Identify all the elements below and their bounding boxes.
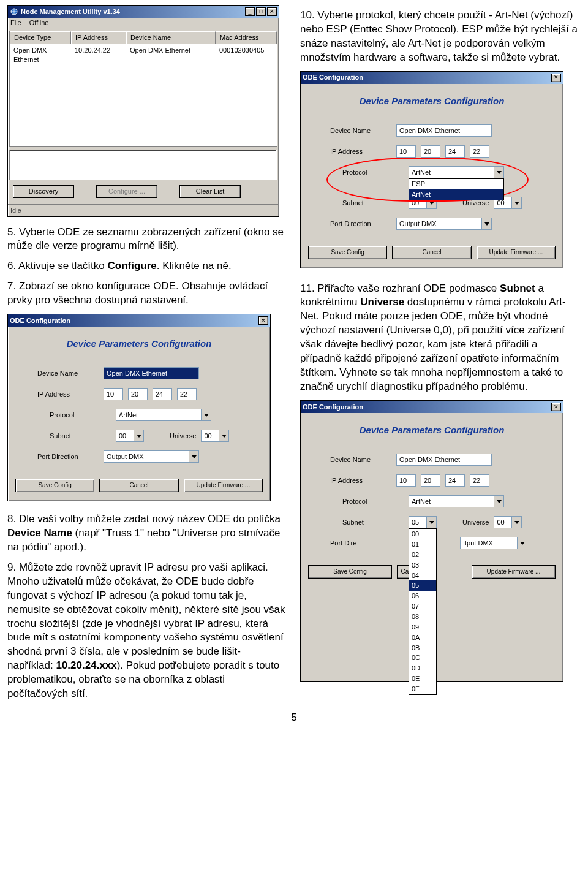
subnet-option[interactable]: 0F xyxy=(409,684,436,694)
node-management-window: Node Management Utility v1.34 _ □ ✕ File… xyxy=(7,5,279,217)
close-button[interactable]: ✕ xyxy=(267,7,277,16)
step-9: 9. Můžete zde rovněž upravit IP adresu p… xyxy=(7,561,285,701)
nmu-device-list[interactable]: Device Type IP Address Device Name Mac A… xyxy=(9,31,277,147)
update-firmware-button[interactable]: Update Firmware ... xyxy=(184,479,263,492)
nmu-status: Idle xyxy=(8,204,279,216)
clear-list-button[interactable]: Clear List xyxy=(179,185,241,198)
label-ip: IP Address xyxy=(37,390,104,399)
cell-device-type: Open DMX Ethernet xyxy=(10,45,71,65)
ode-config-dialog-left: ODE Configuration ✕ Device Parameters Co… xyxy=(7,314,271,501)
table-row[interactable]: Open DMX Ethernet 10.20.24.22 Open DMX E… xyxy=(10,44,277,66)
label-subnet: Subnet xyxy=(50,431,116,441)
configure-button[interactable]: Configure ... xyxy=(96,185,157,198)
col-device-type[interactable]: Device Type xyxy=(10,31,71,44)
ode-config-dialog-subnet: ODE Configuration ✕ Device Parameters Co… xyxy=(300,400,564,682)
nmu-list-header: Device Type IP Address Device Name Mac A… xyxy=(10,31,277,44)
save-config-button[interactable]: Save Config xyxy=(15,479,94,492)
protocol-combo[interactable]: ArtNet xyxy=(409,495,504,507)
minimize-button[interactable]: _ xyxy=(245,7,255,16)
cancel-button[interactable]: Cancel xyxy=(99,479,178,492)
subnet-combo-open[interactable]: 05 000102030405060708090A0B0C0D0E0F xyxy=(409,516,437,528)
chevron-down-icon xyxy=(134,430,143,441)
nmu-log-area xyxy=(9,150,277,180)
label-port-direction: Port Direction xyxy=(37,452,104,461)
ode-title: ODE Configuration xyxy=(10,316,258,325)
subnet-option[interactable]: 09 xyxy=(409,622,436,632)
col-mac[interactable]: Mac Address xyxy=(216,31,277,44)
chevron-down-icon xyxy=(201,409,211,420)
ip-octet-1[interactable]: 10 xyxy=(104,388,123,400)
label-device-name: Device Name xyxy=(37,369,104,378)
device-name-input[interactable]: Open DMX Ethernet xyxy=(396,124,492,137)
subnet-option[interactable]: 00 xyxy=(409,529,436,539)
save-config-button[interactable]: Save Config xyxy=(308,565,392,579)
protocol-combo-open[interactable]: ArtNet ESP ArtNet xyxy=(409,166,504,178)
chevron-down-icon xyxy=(189,451,198,462)
subnet-option[interactable]: 0D xyxy=(409,663,436,674)
protocol-option-artnet[interactable]: ArtNet xyxy=(409,189,503,200)
cell-device-name: Open DMX Ethernet xyxy=(126,45,216,65)
ode-titlebar: ODE Configuration ✕ xyxy=(8,314,270,327)
cancel-button[interactable]: Cancel xyxy=(392,246,471,259)
menu-offline[interactable]: Offline xyxy=(29,19,49,26)
port-direction-combo[interactable]: ıtput DMX xyxy=(460,537,527,549)
subnet-combo[interactable]: 00 xyxy=(116,430,144,442)
subnet-option[interactable]: 0A xyxy=(409,632,436,643)
step-10: 10. Vyberte protokol, který chcete použí… xyxy=(300,9,581,65)
ip-octet-2[interactable]: 20 xyxy=(128,388,148,400)
subnet-option[interactable]: 02 xyxy=(409,550,436,560)
device-name-input[interactable]: Open DMX Ethernet xyxy=(396,454,492,466)
maximize-button[interactable]: □ xyxy=(256,7,266,16)
update-firmware-button[interactable]: Update Firmware ... xyxy=(477,246,556,259)
ip-octet-3[interactable]: 24 xyxy=(153,388,172,400)
subnet-option[interactable]: 08 xyxy=(409,612,436,622)
subnet-option[interactable]: 01 xyxy=(409,539,436,550)
ip-octet-4[interactable]: 22 xyxy=(177,388,197,400)
subnet-option[interactable]: 0C xyxy=(409,653,436,663)
universe-combo[interactable]: 00 xyxy=(201,430,229,442)
protocol-combo[interactable]: ArtNet xyxy=(116,409,211,421)
protocol-option-esp[interactable]: ESP xyxy=(409,179,503,189)
subnet-option[interactable]: 04 xyxy=(409,571,436,581)
port-direction-combo[interactable]: Output DMX xyxy=(104,450,199,463)
chevron-down-icon xyxy=(494,167,503,178)
col-ip[interactable]: IP Address xyxy=(71,31,126,44)
device-name-input[interactable]: Open DMX Ethernet xyxy=(104,367,199,379)
step-7: 7. Zobrazí se okno konfigurace ODE. Obsa… xyxy=(7,279,285,308)
label-protocol: Protocol xyxy=(50,411,116,420)
cell-ip: 10.20.24.22 xyxy=(71,45,126,65)
subnet-option[interactable]: 0B xyxy=(409,643,436,653)
subnet-option[interactable]: 05 xyxy=(409,580,436,591)
subnet-option[interactable]: 07 xyxy=(409,601,436,612)
ode-heading: Device Parameters Configuration xyxy=(9,328,269,362)
ode-config-dialog-protocol: ODE Configuration ✕ Device Parameters Co… xyxy=(300,71,564,268)
step-6: 6. Aktivuje se tlačítko Configure. Klikn… xyxy=(7,259,285,273)
chevron-down-icon xyxy=(219,430,228,441)
save-config-button[interactable]: Save Config xyxy=(308,246,387,259)
nmu-titlebar: Node Management Utility v1.34 _ □ ✕ xyxy=(8,6,279,18)
menu-file[interactable]: File xyxy=(10,19,21,26)
discovery-button[interactable]: Discovery xyxy=(13,185,74,198)
port-direction-combo[interactable]: Output DMX xyxy=(396,218,492,230)
step-11: 11. Přiřaďte vaše rozhraní ODE podmasce … xyxy=(300,282,581,395)
nmu-title: Node Management Utility v1.34 xyxy=(21,7,245,17)
step-8: 8. Dle vaší volby můžete zadat nový náze… xyxy=(7,512,285,555)
close-button[interactable]: ✕ xyxy=(258,316,268,325)
page-number: 5 xyxy=(7,711,581,725)
col-device-name[interactable]: Device Name xyxy=(126,31,216,44)
subnet-option[interactable]: 03 xyxy=(409,560,436,571)
subnet-option[interactable]: 06 xyxy=(409,591,436,601)
universe-combo[interactable]: 00 xyxy=(494,516,522,528)
close-button[interactable]: ✕ xyxy=(551,403,561,411)
label-universe: Universe xyxy=(170,431,196,441)
nmu-app-icon xyxy=(10,7,18,16)
nmu-menubar: File Offline xyxy=(8,18,279,29)
subnet-option[interactable]: 0E xyxy=(409,674,436,684)
close-button[interactable]: ✕ xyxy=(551,74,561,82)
step-5: 5. Vyberte ODE ze seznamu zobrazených za… xyxy=(7,226,285,254)
cell-mac: 000102030405 xyxy=(216,45,277,65)
update-firmware-button[interactable]: Update Firmware ... xyxy=(472,565,556,579)
